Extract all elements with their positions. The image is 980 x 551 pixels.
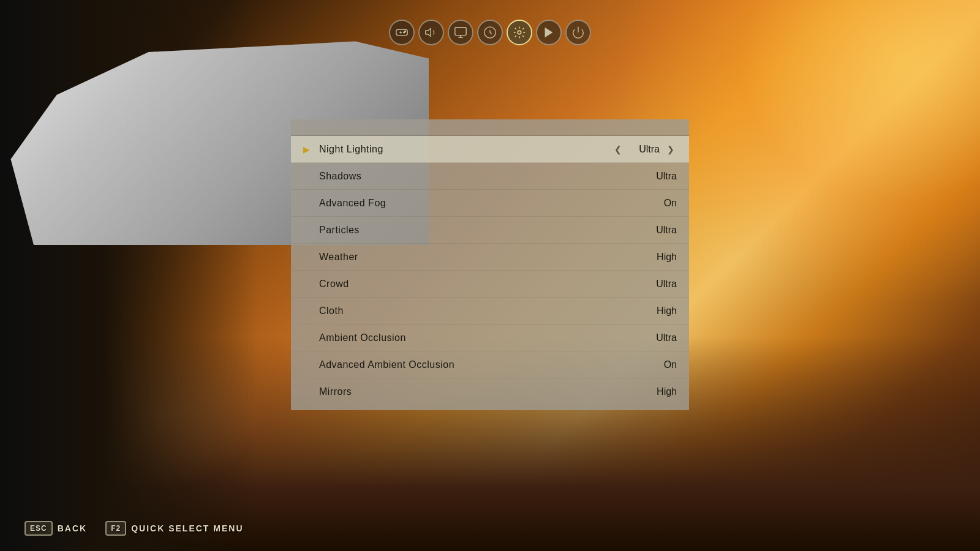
svg-point-8 bbox=[518, 31, 521, 34]
nav-icon-graphics[interactable] bbox=[507, 20, 532, 45]
setting-value: On bbox=[646, 359, 677, 370]
setting-value-area: Ultra bbox=[646, 279, 677, 290]
control-quick-select-menu[interactable]: F2QUICK SELECT MENU bbox=[105, 521, 243, 536]
nav-icons-row bbox=[389, 20, 591, 45]
bottom-controls: EscBACKF2QUICK SELECT MENU bbox=[24, 521, 244, 536]
setting-row[interactable]: ▶Night Lighting❮Ultra❯ bbox=[291, 136, 689, 163]
nav-icon-replay[interactable] bbox=[536, 20, 562, 45]
setting-value: Ultra bbox=[646, 225, 677, 236]
setting-row[interactable]: ParticlesUltra bbox=[291, 217, 689, 244]
setting-name: Cloth bbox=[319, 305, 646, 317]
nav-icon-audio[interactable] bbox=[418, 20, 444, 45]
quality-settings-panel: ▶Night Lighting❮Ultra❯ShadowsUltraAdvanc… bbox=[291, 119, 689, 410]
setting-row[interactable]: ClothHigh bbox=[291, 298, 689, 324]
setting-value-area: Ultra bbox=[646, 171, 677, 182]
setting-value-area: On bbox=[646, 359, 677, 370]
key-badge: F2 bbox=[105, 521, 126, 536]
setting-value: Ultra bbox=[646, 279, 677, 290]
setting-row[interactable]: Ambient OcclusionUltra bbox=[291, 324, 689, 351]
nav-icon-gamepad[interactable] bbox=[389, 20, 415, 45]
setting-row[interactable]: MirrorsHigh bbox=[291, 378, 689, 405]
setting-name: Weather bbox=[319, 252, 646, 263]
control-back[interactable]: EscBACK bbox=[24, 521, 87, 536]
setting-name: Shadows bbox=[319, 171, 646, 182]
setting-value: Ultra bbox=[646, 171, 677, 182]
setting-value-area: ❮Ultra❯ bbox=[612, 144, 677, 155]
row-selection-arrow: ▶ bbox=[303, 144, 313, 154]
control-label: BACK bbox=[58, 523, 87, 533]
chevron-left-icon[interactable]: ❮ bbox=[612, 144, 624, 154]
setting-name: Particles bbox=[319, 225, 646, 236]
control-label: QUICK SELECT MENU bbox=[131, 523, 243, 533]
key-badge: Esc bbox=[24, 521, 53, 536]
nav-icon-power[interactable] bbox=[565, 20, 591, 45]
setting-row[interactable]: WeatherHigh bbox=[291, 244, 689, 271]
setting-value-area: High bbox=[646, 305, 677, 317]
setting-name: Night Lighting bbox=[319, 144, 612, 155]
svg-point-4 bbox=[405, 31, 406, 32]
setting-value: Ultra bbox=[629, 144, 660, 155]
setting-name: Ambient Occlusion bbox=[319, 332, 646, 343]
settings-list: ▶Night Lighting❮Ultra❯ShadowsUltraAdvanc… bbox=[291, 136, 689, 405]
setting-value: Ultra bbox=[646, 332, 677, 343]
setting-row[interactable]: ShadowsUltra bbox=[291, 163, 689, 190]
nav-icon-display[interactable] bbox=[448, 20, 473, 45]
nav-icon-controls[interactable] bbox=[477, 20, 503, 45]
svg-marker-9 bbox=[545, 28, 553, 38]
setting-name: Mirrors bbox=[319, 386, 646, 397]
setting-row[interactable]: Advanced FogOn bbox=[291, 190, 689, 217]
setting-value-area: On bbox=[646, 198, 677, 209]
chevron-right-icon[interactable]: ❯ bbox=[665, 144, 677, 154]
setting-value: High bbox=[646, 305, 677, 317]
header bbox=[0, 0, 980, 45]
svg-point-3 bbox=[404, 32, 405, 33]
svg-rect-5 bbox=[455, 28, 466, 36]
panel-title bbox=[291, 119, 689, 136]
setting-value-area: Ultra bbox=[646, 332, 677, 343]
setting-row[interactable]: CrowdUltra bbox=[291, 271, 689, 298]
setting-value-area: Ultra bbox=[646, 225, 677, 236]
setting-value: On bbox=[646, 198, 677, 209]
setting-value: High bbox=[646, 252, 677, 263]
setting-value-area: High bbox=[646, 252, 677, 263]
setting-row[interactable]: Advanced Ambient OcclusionOn bbox=[291, 351, 689, 378]
setting-name: Advanced Ambient Occlusion bbox=[319, 359, 646, 370]
setting-value-area: High bbox=[646, 386, 677, 397]
setting-value: High bbox=[646, 386, 677, 397]
setting-name: Advanced Fog bbox=[319, 198, 646, 209]
setting-name: Crowd bbox=[319, 279, 646, 290]
